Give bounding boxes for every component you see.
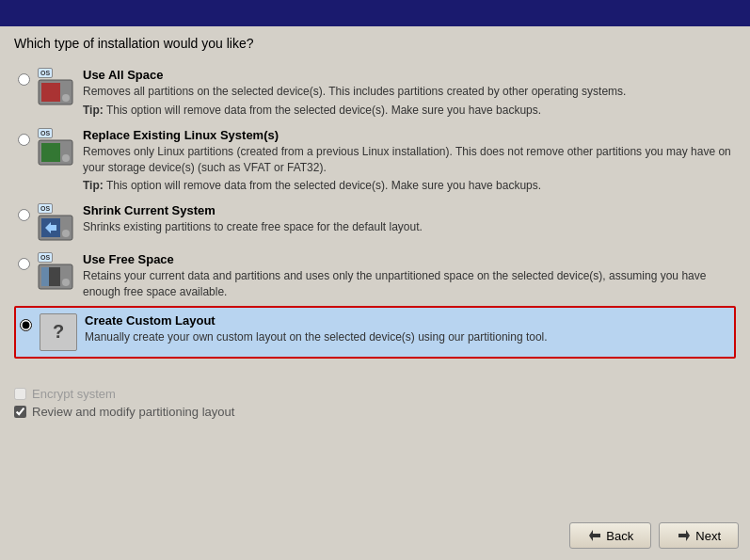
option-row-use-all-space[interactable]: OSUse All SpaceRemoves all partitions on… [14, 62, 736, 122]
checkbox-label-encrypt-system: Encrypt system [32, 387, 116, 401]
main-content: Which type of installation would you lik… [0, 26, 750, 359]
option-tip-use-all-space: Tip: This option will remove data from t… [83, 104, 732, 117]
option-desc-use-free-space: Retains your current data and partitions… [83, 268, 732, 300]
option-title-create-custom: Create Custom Layout [85, 313, 730, 328]
option-title-use-free-space: Use Free Space [83, 252, 732, 266]
radio-use-all-space[interactable] [18, 73, 30, 86]
radio-replace-linux[interactable] [18, 134, 30, 146]
radio-create-custom[interactable] [20, 319, 32, 331]
checkbox-review-partitioning[interactable] [14, 406, 26, 418]
option-row-use-free-space[interactable]: OSUse Free SpaceRetains your current dat… [14, 247, 736, 306]
option-desc-shrink-current: Shrinks existing partitions to create fr… [83, 219, 732, 235]
option-title-shrink-current: Shrink Current System [83, 203, 732, 217]
option-row-create-custom[interactable]: ?Create Custom LayoutManually create you… [14, 306, 736, 359]
top-bar [0, 0, 750, 26]
svg-marker-15 [678, 530, 690, 541]
option-text-use-all-space: Use All SpaceRemoves all partitions on t… [83, 68, 732, 117]
checkbox-encrypt-system [14, 388, 26, 400]
icon-use-all-space: OS [38, 68, 75, 105]
radio-shrink-current[interactable] [18, 209, 30, 221]
option-title-use-all-space: Use All Space [83, 68, 732, 82]
option-desc-create-custom: Manually create your own custom layout o… [85, 329, 730, 345]
next-button[interactable]: Next [659, 522, 739, 549]
buttons-area: Back Next [569, 522, 739, 549]
option-desc-use-all-space: Removes all partitions on the selected d… [83, 84, 732, 100]
svg-rect-4 [41, 143, 60, 162]
next-label: Next [695, 529, 721, 543]
next-icon [677, 528, 692, 543]
checkbox-row-review-partitioning[interactable]: Review and modify partitioning layout [14, 405, 750, 419]
back-icon [587, 528, 602, 543]
icon-use-free-space: OS [38, 252, 75, 290]
option-tip-replace-linux: Tip: This option will remove data from t… [83, 179, 732, 192]
svg-rect-1 [41, 83, 60, 102]
option-row-replace-linux[interactable]: OSReplace Existing Linux System(s)Remove… [14, 122, 736, 199]
question-label: Which type of installation would you lik… [14, 36, 736, 51]
option-text-replace-linux: Replace Existing Linux System(s)Removes … [83, 128, 732, 193]
option-text-create-custom: Create Custom LayoutManually create your… [85, 313, 730, 345]
svg-rect-12 [41, 267, 49, 286]
back-button[interactable]: Back [569, 522, 651, 549]
icon-create-custom: ? [40, 313, 77, 351]
checkbox-row-encrypt-system: Encrypt system [14, 387, 750, 401]
svg-point-2 [62, 94, 70, 102]
icon-replace-linux: OS [38, 128, 75, 166]
option-desc-replace-linux: Removes only Linux partitions (created f… [83, 144, 732, 176]
svg-point-9 [62, 230, 70, 237]
option-text-shrink-current: Shrink Current SystemShrinks existing pa… [83, 203, 732, 235]
option-title-replace-linux: Replace Existing Linux System(s) [83, 128, 732, 142]
option-row-shrink-current[interactable]: OSShrink Current SystemShrinks existing … [14, 198, 736, 247]
options-list: OSUse All SpaceRemoves all partitions on… [14, 62, 736, 359]
radio-use-free-space[interactable] [18, 258, 30, 270]
svg-marker-14 [589, 530, 600, 541]
svg-point-5 [62, 154, 70, 162]
checkbox-label-review-partitioning: Review and modify partitioning layout [32, 405, 234, 419]
icon-shrink-current: OS [38, 203, 75, 241]
back-label: Back [606, 529, 633, 543]
svg-point-13 [62, 279, 70, 286]
checkboxes-area: Encrypt systemReview and modify partitio… [0, 387, 750, 419]
option-text-use-free-space: Use Free SpaceRetains your current data … [83, 252, 732, 300]
